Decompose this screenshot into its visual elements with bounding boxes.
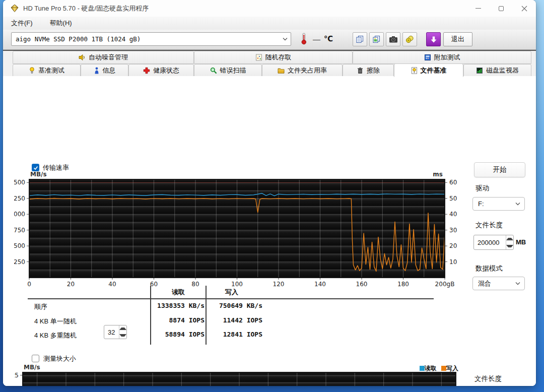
tab-health[interactable]: 健康状态 — [128, 64, 194, 77]
menu-bar: 文件(F) 帮助(H) — [3, 17, 536, 30]
svg-text:20: 20 — [67, 281, 75, 288]
copy-image-icon — [372, 35, 381, 43]
file-benchmark-icon — [411, 67, 418, 74]
close-button[interactable] — [513, 0, 536, 17]
data-mode-label: 数据模式 — [475, 264, 503, 273]
file-length-spinner[interactable]: 200000 — [473, 235, 514, 250]
table-row-label: 4 KB 单一随机 — [34, 317, 77, 326]
table-cell-read: 58894 IOPS — [149, 331, 205, 338]
tab-label: 随机存取 — [265, 53, 292, 62]
svg-text:MB/s: MB/s — [24, 364, 40, 371]
svg-text:0: 0 — [27, 281, 31, 288]
block-size-checkbox[interactable] — [32, 355, 39, 362]
svg-text:80: 80 — [191, 281, 199, 288]
tab-label: 信息 — [103, 66, 116, 75]
drive-combo[interactable]: aigo NVMe SSD P2000 1TB (1024 gB) — [11, 32, 291, 46]
arrow-down-icon — [119, 334, 126, 337]
spinner-down-button[interactable] — [506, 242, 513, 249]
arrow-up-icon — [119, 328, 126, 330]
folder-icon — [278, 67, 285, 74]
start-button[interactable]: 开始 — [474, 162, 525, 177]
tab-erase[interactable]: 擦除 — [343, 64, 394, 77]
tab-error-scan[interactable]: 错误扫描 — [194, 64, 262, 77]
cost-button[interactable] — [402, 32, 417, 46]
tab-strip: 自动噪音管理 随机存取 附加测试 — [3, 50, 536, 76]
svg-text:40: 40 — [449, 211, 457, 218]
menu-help[interactable]: 帮助(H) — [47, 18, 75, 29]
chevron-down-icon — [280, 37, 291, 41]
svg-text:60: 60 — [449, 179, 457, 186]
svg-text:30: 30 — [449, 227, 457, 234]
svg-text:ms: ms — [433, 171, 443, 178]
copy-text-button[interactable] — [353, 32, 367, 46]
svg-text:180: 180 — [397, 281, 409, 288]
window-title: HD Tune Pro 5.70 - 硬盘/固态硬盘实用程序 — [23, 4, 149, 13]
scatter-chart-icon — [255, 54, 262, 61]
svg-text:160: 160 — [356, 281, 368, 288]
chevron-down-icon — [511, 202, 524, 206]
title-bar: HD Tune Pro 5.70 - 硬盘/固态硬盘实用程序 — [3, 0, 536, 17]
speaker-icon — [79, 54, 86, 61]
drive-select-value: F: — [473, 200, 511, 208]
arrow-up-icon — [506, 238, 513, 240]
drive-select[interactable]: F: — [472, 197, 525, 211]
table-cell-write: 12841 IOPS — [207, 331, 262, 338]
tab-benchmark[interactable]: 基准测试 — [13, 64, 81, 77]
tab-label: 文件夹占用率 — [288, 66, 327, 75]
svg-text:100: 100 — [231, 281, 243, 288]
spinner-up-button[interactable] — [119, 325, 126, 332]
file-benchmark-panel: 传输速率 020406080100120140160180200gB250500… — [3, 76, 536, 386]
minimize-button[interactable] — [466, 0, 490, 17]
file-length-value: 200000 — [474, 235, 506, 249]
spinner-down-button[interactable] — [119, 332, 126, 339]
table-row-label: 4 KB 多重随机 — [34, 331, 77, 340]
svg-text:1250: 1250 — [14, 195, 25, 202]
tab-auto-acoustic[interactable]: 自动噪音管理 — [13, 51, 194, 64]
svg-text:200gB: 200gB — [435, 281, 455, 288]
menu-file[interactable]: 文件(F) — [8, 18, 36, 29]
svg-text:250: 250 — [14, 258, 25, 266]
tab-info[interactable]: 信息 — [81, 64, 128, 77]
trash-icon — [357, 67, 364, 74]
save-results-button[interactable] — [426, 32, 441, 46]
svg-text:120: 120 — [273, 281, 285, 288]
disk-monitor-icon — [476, 67, 483, 74]
exit-button[interactable]: 退出 — [443, 32, 472, 46]
tab-label: 文件基准 — [421, 66, 447, 75]
info-icon — [94, 67, 100, 74]
file-length2-label: 文件长度 — [474, 374, 502, 383]
drive-label: 驱动 — [475, 184, 489, 193]
spinner-up-button[interactable] — [506, 235, 513, 242]
tab-disk-monitor[interactable]: 磁盘监视器 — [463, 64, 531, 77]
tab-random-access[interactable]: 随机存取 — [194, 51, 353, 64]
svg-text:50: 50 — [449, 195, 457, 202]
health-cross-icon — [143, 67, 150, 74]
tab-extra-tests[interactable]: 附加测试 — [353, 51, 531, 64]
maximize-button[interactable] — [490, 0, 513, 17]
svg-text:750: 750 — [14, 227, 25, 234]
copy-image-button[interactable] — [369, 32, 384, 46]
app-icon — [10, 4, 19, 13]
tab-label: 磁盘监视器 — [486, 66, 519, 75]
tab-label: 健康状态 — [153, 66, 179, 75]
tab-label: 擦除 — [367, 66, 380, 75]
tab-file-benchmark[interactable]: 文件基准 — [394, 63, 463, 77]
magnifier-icon — [210, 67, 217, 74]
svg-text:1500: 1500 — [14, 179, 25, 186]
download-arrow-icon — [430, 36, 438, 43]
bulb-icon — [29, 67, 35, 74]
table-cell-read: 8874 IOPS — [149, 316, 205, 324]
chevron-down-icon — [511, 282, 524, 285]
screenshot-button[interactable] — [386, 32, 400, 46]
maximize-icon — [499, 6, 504, 11]
app-window: HD Tune Pro 5.70 - 硬盘/固态硬盘实用程序 文件(F) 帮助(… — [3, 0, 536, 386]
svg-text:40: 40 — [108, 281, 116, 288]
data-mode-select[interactable]: 混合 — [472, 277, 525, 290]
table-header-read: 读取 — [151, 288, 206, 297]
temperature-value: — — [313, 35, 320, 43]
queue-depth-spinner[interactable]: 32 — [104, 325, 127, 339]
tab-folder-usage[interactable]: 文件夹占用率 — [262, 64, 343, 77]
file-length-unit: MB — [516, 238, 526, 246]
table-cell-write: 750649 KB/s — [207, 302, 262, 309]
drive-combo-value: aigo NVMe SSD P2000 1TB (1024 gB) — [12, 35, 280, 43]
